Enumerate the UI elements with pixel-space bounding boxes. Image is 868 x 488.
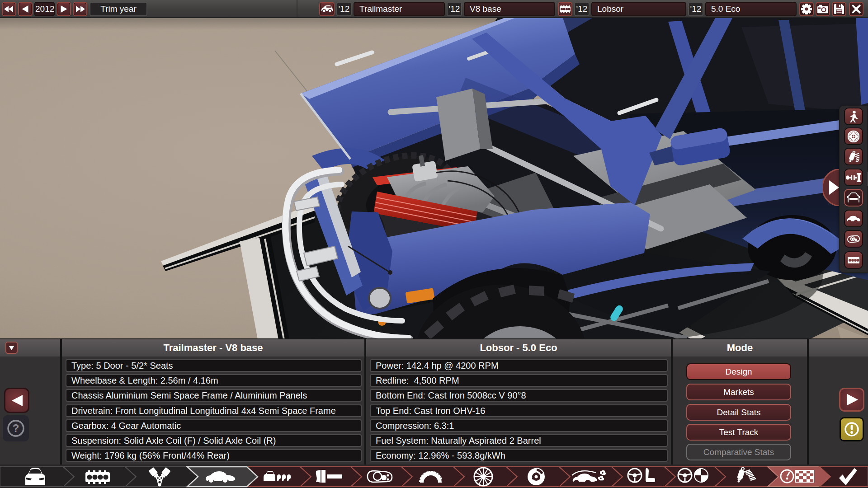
svg-text:?: ? xyxy=(13,422,19,434)
